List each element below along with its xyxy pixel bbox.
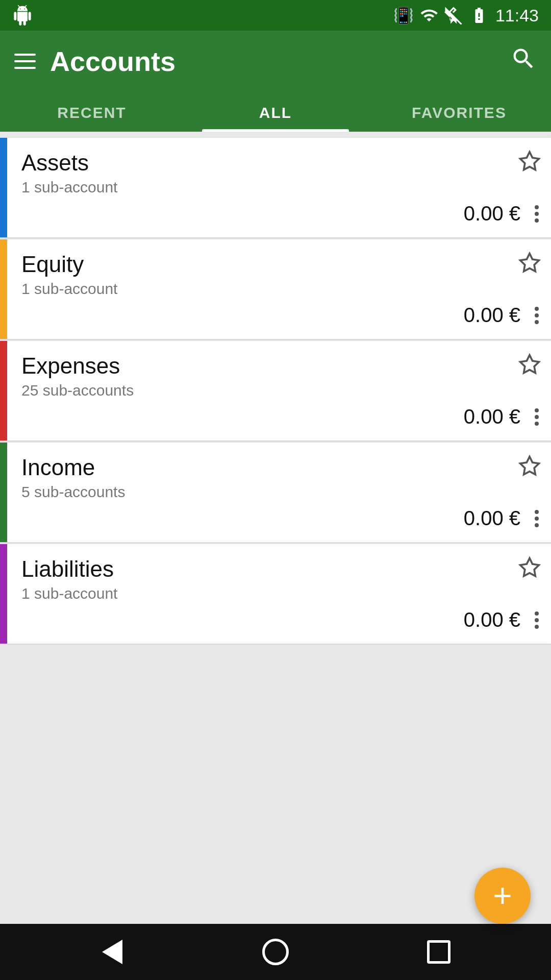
- tab-all[interactable]: ALL: [184, 92, 367, 132]
- nav-home-button[interactable]: [255, 932, 296, 972]
- svg-marker-0: [520, 152, 539, 170]
- account-card-liabilities[interactable]: Liabilities 1 sub-account 0.00 €: [0, 544, 551, 644]
- account-info-assets: Assets 1 sub-account: [21, 150, 117, 196]
- nav-recents-button[interactable]: [418, 932, 459, 972]
- status-time: 11:43: [495, 6, 539, 26]
- app-bar: Accounts: [0, 31, 551, 92]
- account-card-equity[interactable]: Equity 1 sub-account 0.00 €: [0, 239, 551, 339]
- more-button-assets[interactable]: [533, 203, 541, 225]
- account-card-income[interactable]: Income 5 sub-accounts 0.00 €: [0, 443, 551, 542]
- account-name-assets: Assets: [21, 150, 117, 176]
- favorite-button-assets[interactable]: [518, 150, 541, 176]
- signal-icon: [444, 6, 463, 24]
- card-content-assets: Assets 1 sub-account 0.00 €: [7, 138, 551, 237]
- home-icon: [262, 939, 289, 965]
- account-info-equity: Equity 1 sub-account: [21, 252, 117, 298]
- back-icon: [102, 940, 122, 964]
- account-balance-expenses: 0.00 €: [464, 405, 520, 428]
- card-bottom-equity: 0.00 €: [21, 304, 541, 327]
- tab-recent[interactable]: RECENT: [0, 92, 184, 132]
- favorite-button-income[interactable]: [518, 455, 541, 481]
- svg-marker-3: [520, 457, 539, 475]
- account-name-liabilities: Liabilities: [21, 556, 117, 582]
- favorite-button-equity[interactable]: [518, 252, 541, 278]
- card-content-equity: Equity 1 sub-account 0.00 €: [7, 239, 551, 339]
- more-button-equity[interactable]: [533, 305, 541, 326]
- status-left: [12, 5, 33, 26]
- card-top-expenses: Expenses 25 sub-accounts: [21, 353, 541, 399]
- tabs-bar: RECENT ALL FAVORITES: [0, 92, 551, 132]
- card-accent-assets: [0, 138, 7, 237]
- menu-button[interactable]: [14, 54, 36, 69]
- card-accent-expenses: [0, 341, 7, 440]
- account-name-income: Income: [21, 455, 125, 480]
- nav-back-button[interactable]: [92, 932, 133, 972]
- account-list: Assets 1 sub-account 0.00 €: [0, 132, 551, 924]
- card-content-income: Income 5 sub-accounts 0.00 €: [7, 443, 551, 542]
- account-info-expenses: Expenses 25 sub-accounts: [21, 353, 134, 399]
- more-button-liabilities[interactable]: [533, 609, 541, 631]
- account-name-equity: Equity: [21, 252, 117, 277]
- vibrate-icon: 📳: [393, 6, 414, 25]
- card-top-income: Income 5 sub-accounts: [21, 455, 541, 501]
- account-info-income: Income 5 sub-accounts: [21, 455, 125, 501]
- account-balance-assets: 0.00 €: [464, 202, 520, 225]
- status-bar: 📳 11:43: [0, 0, 551, 31]
- favorite-button-liabilities[interactable]: [518, 556, 541, 582]
- add-account-button[interactable]: +: [474, 868, 531, 924]
- card-bottom-assets: 0.00 €: [21, 202, 541, 225]
- account-name-expenses: Expenses: [21, 353, 134, 379]
- recents-icon: [427, 940, 450, 964]
- account-balance-equity: 0.00 €: [464, 304, 520, 327]
- card-bottom-income: 0.00 €: [21, 507, 541, 530]
- more-button-expenses[interactable]: [533, 406, 541, 428]
- svg-marker-4: [520, 558, 539, 576]
- page-title: Accounts: [50, 45, 496, 77]
- card-accent-equity: [0, 239, 7, 339]
- tab-favorites[interactable]: FAVORITES: [367, 92, 551, 132]
- card-top-assets: Assets 1 sub-account: [21, 150, 541, 196]
- card-accent-liabilities: [0, 544, 7, 644]
- card-content-liabilities: Liabilities 1 sub-account 0.00 €: [7, 544, 551, 644]
- more-button-income[interactable]: [533, 508, 541, 529]
- svg-marker-2: [520, 355, 539, 373]
- card-bottom-expenses: 0.00 €: [21, 405, 541, 428]
- card-top-liabilities: Liabilities 1 sub-account: [21, 556, 541, 602]
- sub-account-text-income: 5 sub-accounts: [21, 483, 125, 501]
- wifi-icon: [420, 6, 438, 24]
- card-content-expenses: Expenses 25 sub-accounts 0.00 €: [7, 341, 551, 440]
- account-balance-liabilities: 0.00 €: [464, 608, 520, 631]
- svg-marker-1: [520, 254, 539, 272]
- sub-account-text-liabilities: 1 sub-account: [21, 585, 117, 602]
- account-card-assets[interactable]: Assets 1 sub-account 0.00 €: [0, 138, 551, 237]
- nav-bar: [0, 924, 551, 980]
- sub-account-text-assets: 1 sub-account: [21, 179, 117, 196]
- account-info-liabilities: Liabilities 1 sub-account: [21, 556, 117, 602]
- search-button[interactable]: [510, 45, 537, 78]
- android-icon: [12, 5, 33, 26]
- card-bottom-liabilities: 0.00 €: [21, 608, 541, 631]
- plus-icon: +: [493, 879, 512, 912]
- account-balance-income: 0.00 €: [464, 507, 520, 530]
- sub-account-text-expenses: 25 sub-accounts: [21, 382, 134, 399]
- account-card-expenses[interactable]: Expenses 25 sub-accounts 0.00 €: [0, 341, 551, 440]
- sub-account-text-equity: 1 sub-account: [21, 280, 117, 298]
- card-accent-income: [0, 443, 7, 542]
- battery-icon: [469, 6, 489, 24]
- status-right: 📳 11:43: [393, 6, 539, 26]
- card-top-equity: Equity 1 sub-account: [21, 252, 541, 298]
- favorite-button-expenses[interactable]: [518, 353, 541, 379]
